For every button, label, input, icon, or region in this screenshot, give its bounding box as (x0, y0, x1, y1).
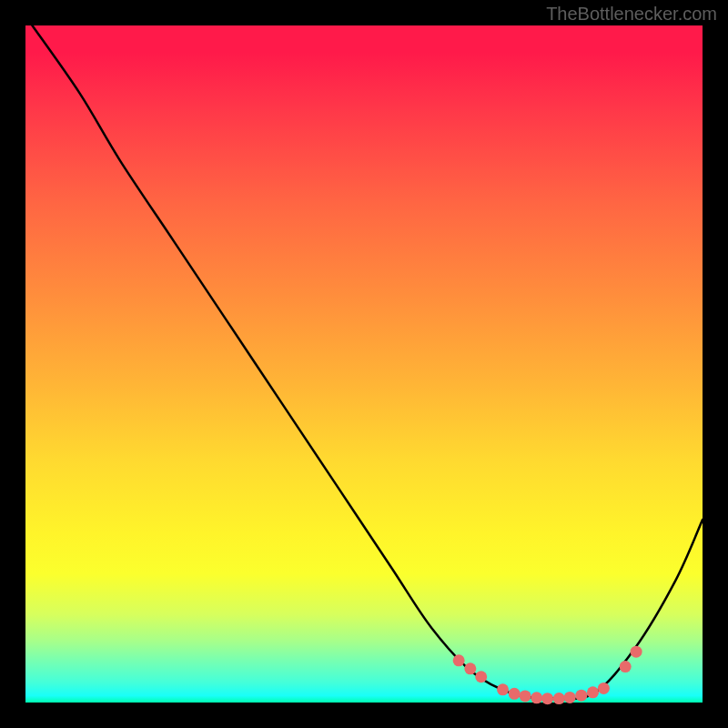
data-point (564, 692, 576, 703)
data-point (575, 690, 587, 702)
data-point (620, 661, 632, 672)
data-point (587, 686, 599, 698)
watermark-text: TheBottlenecker.com (546, 4, 717, 25)
data-point (520, 690, 531, 702)
data-point (553, 693, 565, 704)
data-point (509, 688, 521, 700)
data-point (475, 671, 487, 682)
data-point (497, 683, 509, 695)
bottleneck-curve (32, 25, 703, 699)
data-point (541, 693, 553, 704)
plot-area (25, 25, 703, 703)
data-point (531, 692, 542, 703)
chart-svg (25, 25, 703, 703)
data-point (598, 682, 610, 694)
data-point (631, 646, 642, 658)
data-point (453, 654, 465, 666)
data-point (464, 662, 476, 674)
